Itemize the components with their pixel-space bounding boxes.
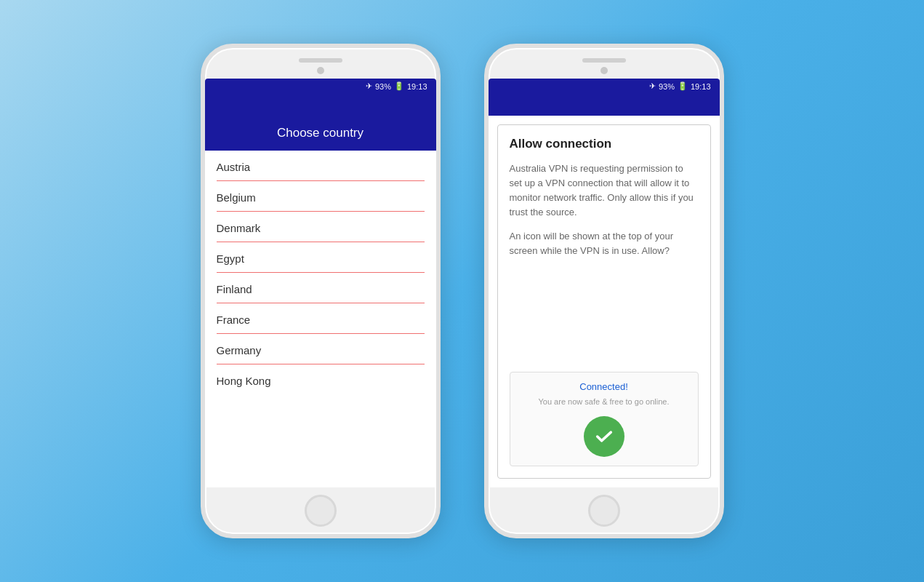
status-bar-1: ✈ 93% 🔋 19:13 (205, 79, 436, 94)
country-list[interactable]: AustriaBelgiumDenmarkEgyptFinlandFranceG… (205, 151, 436, 487)
home-button-1[interactable] (305, 495, 337, 527)
phone-screen-1: ✈ 93% 🔋 19:13 Choose country AustriaBelg… (205, 79, 436, 487)
connected-panel: Connected! You are now safe & free to go… (510, 372, 699, 466)
dialog-body-1: Australia VPN is requesting permission t… (510, 162, 699, 220)
phone-speaker-2 (582, 58, 626, 63)
country-item[interactable]: Egypt (217, 242, 425, 273)
country-item[interactable]: Hong Kong (217, 364, 425, 394)
country-item[interactable]: France (217, 303, 425, 334)
country-item[interactable]: Germany (217, 334, 425, 364)
connected-sub: You are now safe & free to go online. (539, 396, 670, 407)
status-bar-2: ✈ 93% 🔋 19:13 (489, 79, 720, 94)
battery-text: 93% (375, 82, 391, 91)
dialog-title: Allow connection (510, 137, 699, 151)
phone-speaker-1 (299, 58, 342, 63)
battery-icon-2: 🔋 (678, 81, 688, 91)
battery-text-2: 93% (659, 82, 675, 91)
phone-1: ✈ 93% 🔋 19:13 Choose country AustriaBelg… (201, 44, 441, 538)
phone-camera-2 (600, 67, 608, 74)
allow-connection-dialog: Allow connection Australia VPN is reques… (497, 124, 711, 479)
dialog-container: Allow connection Australia VPN is reques… (489, 116, 720, 487)
airplane-icon-2: ✈ (649, 81, 656, 91)
check-circle[interactable] (584, 416, 624, 457)
time-display-2: 19:13 (691, 82, 711, 91)
airplane-icon: ✈ (366, 81, 372, 91)
choose-country-header: Choose country (205, 116, 436, 151)
phone-2: ✈ 93% 🔋 19:13 Allow connection Australia… (484, 44, 724, 538)
country-item[interactable]: Austria (217, 151, 425, 181)
dialog-body-2: An icon will be shown at the top of your… (510, 229, 699, 258)
battery-icon: 🔋 (394, 81, 404, 91)
home-button-2[interactable] (588, 495, 620, 527)
time-display-1: 19:13 (407, 82, 427, 91)
phone-camera-1 (317, 67, 324, 74)
country-item[interactable]: Denmark (217, 212, 425, 242)
country-item[interactable]: Belgium (217, 181, 425, 212)
country-item[interactable]: Finland (217, 273, 425, 303)
checkmark-icon (594, 426, 614, 447)
connected-label: Connected! (579, 381, 628, 392)
phone-screen-2: ✈ 93% 🔋 19:13 Allow connection Australia… (489, 79, 720, 487)
